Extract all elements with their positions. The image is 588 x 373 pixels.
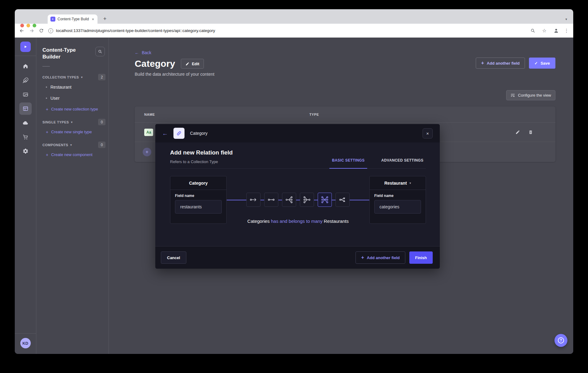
toolbar-actions: ☆ ⋮: [530, 27, 569, 34]
help-button[interactable]: ?: [554, 334, 567, 347]
plus-circle-icon: +: [143, 148, 151, 156]
browser-window: Content-Type Builder | Strapi × + ▾ i lo…: [15, 9, 573, 354]
bullet-icon: [46, 86, 47, 88]
column-type: TYPE: [309, 113, 319, 116]
strapi-favicon: [50, 17, 55, 22]
relation-many-way-button[interactable]: [336, 193, 350, 207]
user-avatar[interactable]: KD: [20, 338, 31, 348]
tab-advanced-settings[interactable]: ADVANCED SETTINGS: [379, 158, 426, 169]
section-label: SINGLE TYPES: [42, 120, 69, 124]
browser-tab[interactable]: Content-Type Builder | Strapi ×: [48, 14, 97, 24]
rail-item-home[interactable]: [19, 60, 32, 72]
modal-add-another-field-button[interactable]: + Add another field: [356, 251, 405, 264]
modal-subheading: Refers to a Collection Type: [170, 159, 233, 164]
tab-basic-settings[interactable]: BASIC SETTINGS: [329, 158, 367, 169]
rail-item-cloud[interactable]: [19, 117, 32, 129]
finish-button[interactable]: Finish: [409, 251, 433, 264]
bookmark-star-icon[interactable]: ☆: [540, 27, 548, 34]
bullet-icon: [46, 98, 47, 99]
site-info-icon[interactable]: i: [48, 28, 53, 33]
relation-many-to-many-button[interactable]: [318, 193, 332, 207]
source-field-name-input[interactable]: [175, 200, 222, 214]
reload-icon[interactable]: [39, 28, 44, 33]
target-collection-dropdown[interactable]: Restaurant ▾: [370, 176, 426, 190]
section-single-types[interactable]: SINGLE TYPES ▾ 0: [42, 119, 105, 125]
address-bar[interactable]: i localhost:1337/admin/plugins/content-t…: [48, 28, 526, 33]
modal-header: ← Category ×: [155, 124, 440, 142]
search-icon: [98, 49, 102, 54]
table-header: NAME TYPE: [135, 106, 555, 122]
page-title: Category: [135, 58, 175, 69]
create-single-type-link[interactable]: + Create new single type: [42, 126, 92, 137]
plus-icon: +: [481, 61, 484, 66]
section-components[interactable]: COMPONENTS ▾ 0: [42, 142, 105, 148]
minimize-window-button[interactable]: [26, 24, 30, 27]
create-collection-type-link[interactable]: + Create new collection type: [42, 104, 98, 114]
browser-menu-icon[interactable]: ⋮: [564, 28, 569, 34]
new-tab-button[interactable]: +: [101, 15, 109, 23]
rail-item-settings[interactable]: [19, 145, 32, 157]
search-button[interactable]: [95, 47, 105, 56]
tab-close-icon[interactable]: ×: [91, 17, 95, 21]
rail-item-marketplace[interactable]: [19, 131, 32, 143]
save-button[interactable]: ✓ Save: [529, 58, 555, 69]
pencil-icon: [515, 130, 520, 134]
modal-tabs: BASIC SETTINGS ADVANCED SETTINGS: [329, 158, 426, 168]
back-icon[interactable]: [19, 28, 25, 34]
relation-one-to-many-button[interactable]: [282, 193, 296, 207]
home-icon: [22, 63, 29, 69]
relation-one-way-button[interactable]: [246, 193, 260, 207]
plus-icon: +: [46, 107, 48, 111]
traffic-lights: [20, 24, 36, 27]
gear-icon: [22, 148, 29, 154]
section-collection-types[interactable]: COLLECTION TYPES ▾ 2: [42, 74, 105, 80]
modal-body: Add new Relation field Refers to a Colle…: [155, 142, 440, 246]
feather-icon: [22, 77, 29, 83]
relation-configurator: Category Field name: [170, 176, 426, 227]
relation-link-icon: [173, 128, 185, 139]
maximize-window-button[interactable]: [33, 24, 36, 27]
column-name: NAME: [144, 113, 309, 116]
configure-view-button[interactable]: Configure the view: [506, 90, 555, 100]
rail-item-content-type-builder[interactable]: [19, 102, 32, 115]
cancel-button[interactable]: Cancel: [161, 251, 186, 264]
tab-list-chevron-icon[interactable]: ▾: [563, 17, 569, 22]
edit-button[interactable]: Edit: [181, 59, 204, 69]
close-icon[interactable]: ×: [423, 128, 433, 138]
chevron-down-icon: ▾: [71, 121, 73, 124]
strapi-logo[interactable]: [20, 42, 31, 52]
zoom-icon[interactable]: [530, 28, 535, 33]
modal-footer: Cancel + Add another field Finish: [155, 246, 440, 269]
relation-many-to-one-button[interactable]: [300, 193, 314, 207]
cart-icon: [22, 134, 29, 140]
one-to-one-icon: [267, 196, 275, 204]
count-badge: 0: [98, 142, 105, 148]
delete-field-button[interactable]: [528, 130, 533, 134]
close-window-button[interactable]: [20, 24, 24, 27]
forward-icon[interactable]: [29, 28, 34, 34]
profile-avatar-icon[interactable]: [553, 28, 559, 34]
plus-icon: +: [46, 153, 48, 157]
relation-one-to-one-button[interactable]: [264, 193, 278, 207]
create-component-link[interactable]: + Create new component: [42, 149, 93, 160]
back-arrow-icon: ←: [135, 50, 139, 55]
section-label: COLLECTION TYPES: [42, 75, 79, 79]
field-name-label: Field name: [374, 194, 421, 198]
sidebar-item-user[interactable]: User: [42, 93, 105, 104]
target-field-name-input[interactable]: [374, 200, 421, 214]
rail-item-media-library[interactable]: [19, 88, 32, 101]
many-to-many-icon: [321, 196, 329, 204]
images-icon: [22, 91, 29, 98]
edit-field-button[interactable]: [515, 130, 520, 134]
sidebar-divider: [42, 66, 50, 66]
sidebar-title: Content-Type Builder: [42, 47, 82, 60]
back-link[interactable]: ← Back: [135, 50, 153, 55]
target-card: Restaurant ▾ Field name: [369, 176, 426, 224]
chevron-down-icon: ▾: [81, 76, 83, 79]
relation-field-modal: ← Category × Add new Relation field Refe…: [155, 124, 440, 269]
add-another-field-button[interactable]: + Add another field: [476, 58, 525, 69]
sidebar-item-restaurant[interactable]: Restaurant: [42, 82, 105, 93]
modal-back-arrow-icon[interactable]: ←: [162, 130, 168, 136]
rail-item-content-manager[interactable]: [19, 74, 32, 86]
browser-tab-strip: Content-Type Builder | Strapi × + ▾: [15, 9, 573, 24]
